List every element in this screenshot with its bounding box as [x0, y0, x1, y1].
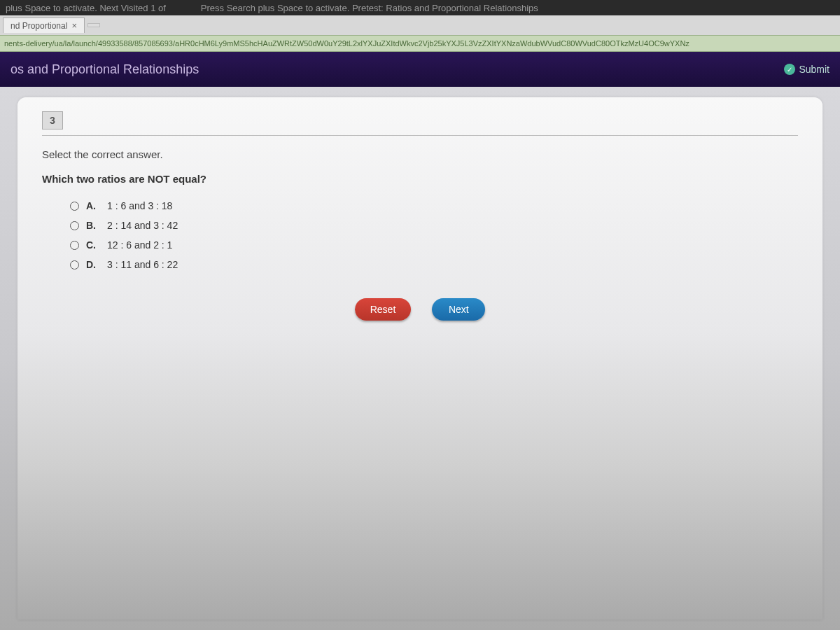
submit-label: Submit	[799, 64, 830, 75]
option-b[interactable]: B. 2 : 14 and 3 : 42	[70, 220, 798, 231]
url-bar[interactable]: nents-delivery/ua/la/launch/49933588/857…	[0, 35, 840, 52]
next-button[interactable]: Next	[432, 298, 485, 321]
question-card: 3 Select the correct answer. Which two r…	[18, 97, 822, 620]
content-wrapper: 3 Select the correct answer. Which two r…	[0, 87, 840, 630]
browser-tab[interactable]: nd Proportional ×	[3, 18, 85, 33]
submit-button[interactable]: Submit	[784, 64, 830, 75]
radio-icon[interactable]	[70, 221, 79, 230]
question-header: 3	[42, 111, 798, 136]
page-title: os and Proportional Relationships	[10, 62, 199, 77]
radio-icon[interactable]	[70, 260, 79, 270]
question-number: 3	[42, 111, 63, 130]
accessibility-bar: plus Space to activate. Next Visited 1 o…	[0, 0, 840, 15]
action-buttons: Reset Next	[42, 298, 798, 321]
radio-icon[interactable]	[70, 241, 79, 250]
option-a[interactable]: A. 1 : 6 and 3 : 18	[70, 200, 798, 211]
assessment-header: os and Proportional Relationships Submit	[0, 52, 840, 87]
option-letter: D.	[86, 259, 97, 270]
browser-tab-bar: nd Proportional ×	[0, 15, 840, 35]
tab-title: nd Proportional	[10, 21, 67, 31]
option-text: 2 : 14 and 3 : 42	[107, 220, 178, 231]
new-tab-button[interactable]	[88, 23, 100, 27]
accessibility-text-left: plus Space to activate. Next Visited 1 o…	[6, 3, 166, 13]
question-text: Which two ratios are NOT equal?	[42, 173, 798, 185]
option-c[interactable]: C. 12 : 6 and 2 : 1	[70, 239, 798, 251]
radio-icon[interactable]	[70, 202, 79, 211]
url-text: nents-delivery/ua/la/launch/49933588/857…	[4, 39, 690, 48]
option-letter: A.	[86, 200, 97, 211]
question-instruction: Select the correct answer.	[42, 148, 798, 160]
option-letter: C.	[86, 239, 97, 251]
close-icon[interactable]: ×	[71, 20, 77, 31]
reset-button[interactable]: Reset	[355, 298, 412, 321]
accessibility-text-right: Press Search plus Space to activate. Pre…	[201, 3, 538, 13]
option-text: 1 : 6 and 3 : 18	[107, 200, 172, 211]
option-text: 12 : 6 and 2 : 1	[107, 239, 172, 251]
option-text: 3 : 11 and 6 : 22	[107, 259, 178, 270]
option-letter: B.	[86, 220, 97, 231]
options-group: A. 1 : 6 and 3 : 18 B. 2 : 14 and 3 : 42…	[70, 200, 798, 270]
option-d[interactable]: D. 3 : 11 and 6 : 22	[70, 259, 798, 270]
